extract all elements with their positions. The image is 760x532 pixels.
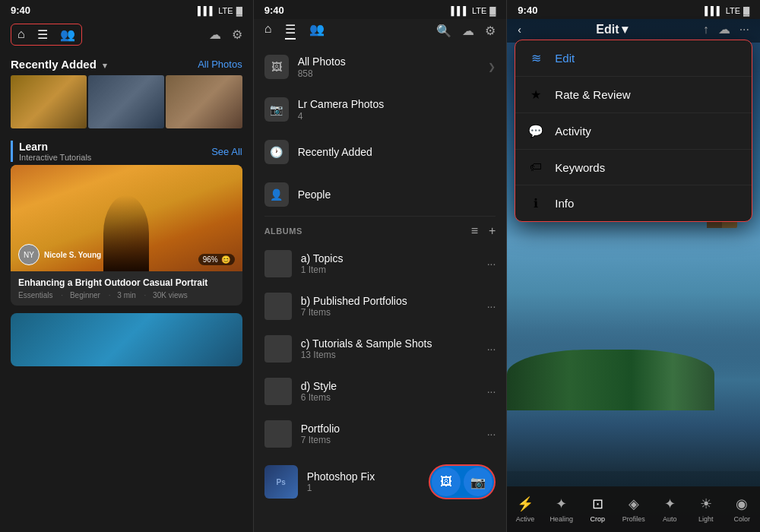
people-icon[interactable]: 👥 [60,27,75,42]
edit-toolbar: ⚡ Active ✦ Healing ⊡ Crop ◈ Profiles ✦ A… [507,486,760,532]
bottom-preview-card[interactable] [11,313,242,366]
status-bar-3: 9:40 ▌▌▌ LTE ▓ [507,0,760,19]
album-portfolios-thumb [264,293,292,320]
camera-btn[interactable]: 📷 [464,467,492,496]
all-photos-item[interactable]: 🖼 All Photos 858 ❯ [254,46,507,88]
status-bar-1: 9:40 ▌▌▌ LTE ▓ [0,0,253,19]
album-list: a) Topics 1 Item ··· b) Published Portfo… [254,242,507,455]
cloud-icon-2[interactable]: ☁ [462,24,474,38]
album-portfolios-menu[interactable]: ··· [487,300,496,312]
back-button[interactable]: ‹ [518,24,521,36]
people-icon-2[interactable]: 👥 [309,22,325,40]
learn-subtitle: Interactive Tutorials [19,153,91,162]
photoshop-fix-name: Photoshop Fix [307,470,429,483]
back-chevron: ‹ [518,24,521,36]
album-style-menu[interactable]: ··· [487,385,496,397]
lr-camera-item[interactable]: 📷 Lr Camera Photos 4 [254,88,507,131]
library-icon[interactable]: ☰ [37,27,48,42]
recently-added-dropdown-arrow[interactable]: ▾ [103,61,107,70]
recently-added-title[interactable]: Recently Added ▾ [11,58,107,71]
color-icon: ◉ [736,496,748,512]
edit-mode-dropdown[interactable]: Edit ▾ [596,22,628,36]
people-name: People [298,188,496,201]
gear-icon-1[interactable]: ⚙ [232,27,242,42]
toolbar-light[interactable]: ☀ Light [688,492,724,526]
photoshop-fix-info: Photoshop Fix 1 [307,470,429,493]
toolbar-profiles[interactable]: ◈ Profiles [616,492,652,526]
toolbar-auto[interactable]: ✦ Auto [651,492,688,526]
edit-title-label: Edit [596,23,619,36]
network-label-2: LTE [472,6,486,15]
search-icon-2[interactable]: 🔍 [436,24,451,38]
recently-added-item[interactable]: 🕐 Recently Added [254,131,507,173]
album-topics-name: a) Topics [301,252,487,264]
home-icon[interactable]: ⌂ [17,27,25,42]
photo-thumb-1[interactable] [11,75,87,128]
share-icon[interactable]: ↑ [703,23,709,36]
photoshop-fix-row[interactable]: Ps Photoshop Fix 1 🖼 📷 [254,458,507,505]
action-btn-group: 🖼 📷 [429,464,496,499]
cloud-sync-icon[interactable]: ☁ [718,22,730,36]
album-portfolio[interactable]: Portfolio 7 Items ··· [254,413,507,455]
photo-thumb-3[interactable] [166,75,242,128]
dropdown-keywords-item[interactable]: 🏷 Keywords [515,150,752,185]
all-photos-link[interactable]: All Photos [198,59,242,70]
toolbar-healing[interactable]: ✦ Healing [543,492,580,526]
photo-trees [507,350,714,410]
status-bar-2: 9:40 ▌▌▌ LTE ▓ [254,0,507,19]
gear-icon-2[interactable]: ⚙ [485,24,496,38]
albums-label: ALBUMS [264,226,302,236]
album-topics[interactable]: a) Topics 1 Item ··· [254,242,507,285]
album-tutorials-menu[interactable]: ··· [487,343,496,355]
rate-label: Rate & Review [555,88,630,101]
cloud-icon-1[interactable]: ☁ [209,27,221,42]
recently-added-text: Recently Added [298,146,496,158]
album-portfolios-info: b) Published Portfolios 7 Items [301,295,487,318]
album-portfolios[interactable]: b) Published Portfolios 7 Items ··· [254,285,507,328]
toolbar-color[interactable]: ◉ Color [724,492,760,526]
add-album-icon[interactable]: + [489,224,496,238]
album-portfolio-menu[interactable]: ··· [487,428,496,440]
tutorial-avatar: NY Nicole S. Young [18,244,101,265]
status-time-1: 9:40 [11,5,30,16]
toolbar-active[interactable]: ⚡ Active [507,492,543,526]
battery-icon-1: ▓ [236,6,242,15]
dropdown-activity-item[interactable]: 💬 Activity [515,113,752,150]
tutorial-title: Enhancing a Bright Outdoor Casual Portra… [18,277,235,288]
learn-section: Learn Interactive Tutorials [11,141,91,162]
tutorial-difficulty: Beginner [70,291,100,299]
tutorial-info: Enhancing a Bright Outdoor Casual Portra… [11,271,242,306]
dropdown-edit-item[interactable]: ≋ Edit [515,40,752,77]
network-label-1: LTE [218,6,233,15]
album-tutorials-info: c) Tutorials & Sample Shots 13 Items [301,337,487,360]
edit-dropdown-arrow: ▾ [622,22,628,36]
library-list: 🖼 All Photos 858 ❯ 📷 Lr Camera Photos 4 … [254,46,507,216]
dropdown-rate-item[interactable]: ★ Rate & Review [515,77,752,113]
album-style[interactable]: d) Style 6 Items ··· [254,370,507,413]
album-topics-thumb [264,250,292,277]
tutorial-card[interactable]: NY Nicole S. Young 96% 😊 Enhancing a Bri… [11,165,242,306]
edit-icon: ≋ [527,51,544,65]
status-icons-2: ▌▌▌ LTE ▓ [451,6,496,15]
status-icons-3: ▌▌▌ LTE ▓ [705,6,749,15]
dropdown-info-item[interactable]: ℹ Info [515,185,752,221]
more-icon[interactable]: ··· [739,23,749,36]
sort-icon[interactable]: ≡ [471,224,478,238]
info-label: Info [555,197,574,210]
album-tutorials[interactable]: c) Tutorials & Sample Shots 13 Items ··· [254,328,507,370]
toolbar-crop[interactable]: ⊡ Crop [579,492,616,526]
people-item[interactable]: 👤 People [254,173,507,216]
see-all-link[interactable]: See All [211,146,242,157]
edit-label: Edit [555,52,575,65]
home-icon-2[interactable]: ⌂ [264,22,272,40]
lr-camera-name: Lr Camera Photos [298,98,496,110]
nav-bar-1: ⌂ ☰ 👥 ☁ ⚙ [0,19,253,52]
library-icon-2[interactable]: ☰ [285,22,296,40]
author-avatar: NY [18,244,40,265]
photo-thumb-2[interactable] [88,75,164,128]
add-photos-btn[interactable]: 🖼 [432,467,461,496]
star-icon: ★ [527,87,544,102]
album-topics-menu[interactable]: ··· [487,258,496,270]
all-photos-text: All Photos 858 [298,55,489,79]
activity-label: Activity [555,125,591,138]
